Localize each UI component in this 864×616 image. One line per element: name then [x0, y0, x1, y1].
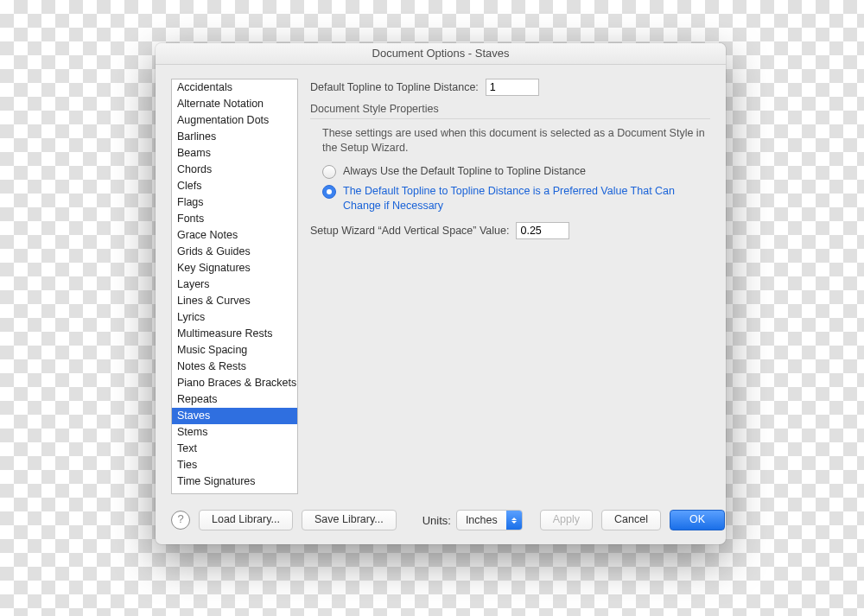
radio-always-label: Always Use the Default Topline to Toplin…	[343, 164, 586, 179]
dialog-footer: ? Load Library... Save Library... Units:…	[156, 501, 726, 544]
doc-style-header: Document Style Properties	[310, 103, 710, 115]
sidebar-item[interactable]: Augmentation Dots	[172, 112, 297, 129]
sidebar-item[interactable]: Accidentals	[172, 79, 297, 96]
sidebar-item[interactable]: Stems	[172, 424, 297, 441]
radio-always-row[interactable]: Always Use the Default Topline to Toplin…	[322, 164, 710, 179]
topline-distance-input[interactable]	[486, 79, 539, 96]
sidebar-item[interactable]: Grids & Guides	[172, 244, 297, 260]
sidebar-item[interactable]: Lyrics	[172, 309, 297, 326]
load-library-button[interactable]: Load Library...	[199, 510, 293, 530]
sidebar-item[interactable]: Repeats	[172, 391, 297, 408]
settings-panel: Default Topline to Topline Distance: Doc…	[310, 79, 710, 494]
window-title: Document Options - Staves	[156, 43, 726, 65]
sidebar-item[interactable]: Music Spacing	[172, 342, 297, 359]
ok-button[interactable]: OK	[670, 510, 725, 530]
sidebar-item[interactable]: Chords	[172, 162, 297, 178]
sidebar-item[interactable]: Barlines	[172, 129, 297, 145]
apply-button[interactable]: Apply	[540, 510, 593, 530]
radio-preferred-button[interactable]	[322, 185, 336, 199]
sidebar-item[interactable]: Grace Notes	[172, 227, 297, 244]
units-label: Units:	[422, 514, 451, 527]
wizard-value-label: Setup Wizard “Add Vertical Space” Value:	[310, 225, 509, 237]
sidebar-item[interactable]: Multimeasure Rests	[172, 326, 297, 342]
units-select[interactable]: Inches	[456, 510, 523, 530]
radio-always-button[interactable]	[322, 165, 336, 179]
sidebar-item[interactable]: Layers	[172, 276, 297, 293]
sidebar-item[interactable]: Alternate Notation	[172, 96, 297, 112]
sidebar-item[interactable]: Time Signatures	[172, 473, 297, 490]
save-library-button[interactable]: Save Library...	[302, 510, 397, 530]
dialog-window: Document Options - Staves AccidentalsAlt…	[156, 43, 726, 544]
category-sidebar[interactable]: AccidentalsAlternate NotationAugmentatio…	[171, 79, 298, 494]
sidebar-item[interactable]: Key Signatures	[172, 260, 297, 276]
sidebar-item[interactable]: Lines & Curves	[172, 293, 297, 309]
sidebar-item[interactable]: Clefs	[172, 178, 297, 194]
help-button[interactable]: ?	[171, 511, 190, 530]
stepper-icon	[506, 511, 522, 530]
sidebar-item[interactable]: Beams	[172, 145, 297, 162]
sidebar-item[interactable]: Text	[172, 441, 297, 457]
sidebar-item[interactable]: Piano Braces & Brackets	[172, 375, 297, 391]
doc-style-description: These settings are used when this docume…	[322, 126, 710, 156]
radio-preferred-label: The Default Topline to Topline Distance …	[343, 184, 710, 213]
cancel-button[interactable]: Cancel	[601, 510, 661, 530]
sidebar-item[interactable]: Fonts	[172, 211, 297, 227]
sidebar-item[interactable]: Flags	[172, 194, 297, 211]
units-select-value: Inches	[457, 514, 506, 526]
topline-distance-label: Default Topline to Topline Distance:	[310, 81, 479, 93]
sidebar-item[interactable]: Tuplets	[172, 490, 297, 494]
radio-preferred-row[interactable]: The Default Topline to Topline Distance …	[322, 184, 710, 213]
wizard-value-input[interactable]	[516, 222, 569, 239]
section-divider	[310, 118, 710, 119]
sidebar-item[interactable]: Notes & Rests	[172, 359, 297, 375]
sidebar-item[interactable]: Staves	[172, 408, 297, 424]
content-area: AccidentalsAlternate NotationAugmentatio…	[156, 65, 726, 501]
sidebar-item[interactable]: Ties	[172, 457, 297, 473]
